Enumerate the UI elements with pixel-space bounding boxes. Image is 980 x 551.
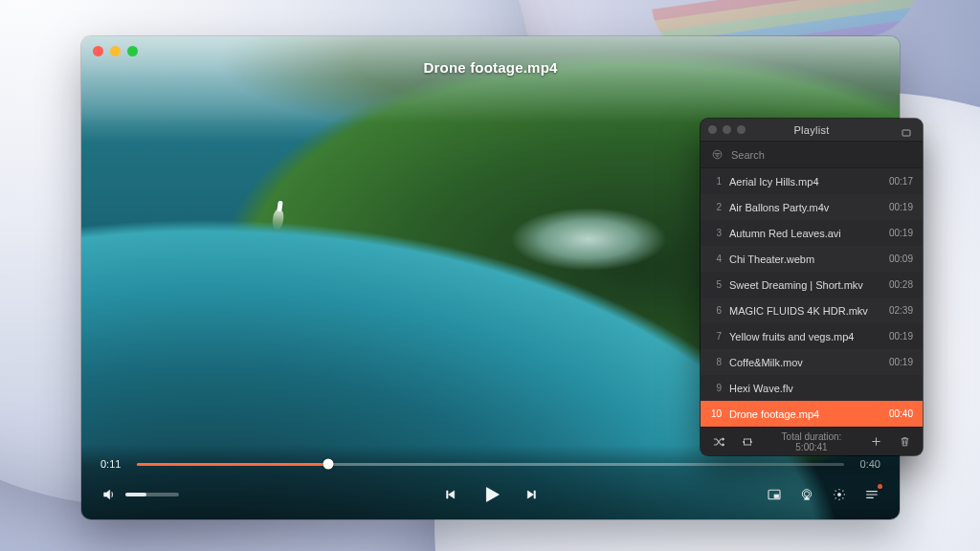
playlist-item-index: 10 [708, 408, 722, 419]
window-zoom-button[interactable] [127, 46, 138, 56]
playlist-item-index: 5 [708, 279, 722, 290]
playlist-item-index: 1 [708, 176, 722, 187]
playlist-item[interactable]: 4Chi Theater.webm00:09 [701, 246, 923, 272]
svg-rect-1 [774, 495, 779, 497]
playlist-item[interactable]: 3Autumn Red Leaves.avi00:19 [701, 220, 923, 246]
playlist-item-name: Yellow fruits and vegs.mp4 [729, 331, 881, 342]
filter-icon[interactable] [710, 148, 724, 162]
playlist-item-duration: 00:28 [889, 279, 913, 290]
next-track-button[interactable] [523, 486, 541, 503]
previous-track-button[interactable] [441, 486, 458, 503]
playlist-item[interactable]: 10Drone footage.mp400:40 [701, 401, 923, 427]
volume-icon[interactable] [100, 486, 118, 503]
playlist-item-name: MAGIC FLUIDS 4K HDR.mkv [729, 305, 881, 317]
svg-point-3 [804, 492, 809, 496]
playlist-item-duration: 00:19 [889, 331, 913, 342]
playlist-item-duration: 00:17 [889, 176, 913, 187]
window-minimize-button[interactable] [110, 46, 121, 56]
volume-slider-fill [125, 493, 146, 496]
window-title: Drone footage.mp4 [81, 59, 900, 76]
playlist-item[interactable]: 7Yellow fruits and vegs.mp400:19 [701, 323, 923, 349]
seek-bar-knob[interactable] [323, 459, 333, 470]
playlist-panel: Playlist 1Aerial Icy Hills.mp400:172Air … [701, 119, 923, 455]
svg-point-4 [837, 493, 840, 496]
video-frame-detail [277, 201, 282, 212]
playlist-item-index: 7 [708, 331, 722, 342]
playlist-toggle-button[interactable] [863, 486, 880, 503]
remaining-time: 0:40 [856, 458, 880, 470]
playlist-item-name: Sweet Dreaming | Short.mkv [729, 279, 881, 291]
elapsed-time: 0:11 [100, 458, 125, 470]
playlist-item-index: 2 [708, 202, 722, 212]
play-button[interactable] [479, 483, 502, 506]
playlist-minimize-button[interactable] [723, 125, 731, 134]
player-controls: 0:11 0:40 [81, 445, 900, 519]
svg-rect-5 [902, 130, 910, 136]
playlist-zoom-button[interactable] [737, 125, 746, 134]
playlist-item[interactable]: 8Coffe&Milk.mov00:19 [701, 349, 923, 375]
playlist-item[interactable]: 2Air Ballons Party.m4v00:19 [701, 194, 923, 220]
playlist-item-name: Autumn Red Leaves.avi [729, 228, 881, 239]
settings-button[interactable] [831, 486, 848, 503]
playlist-item-duration: 00:09 [889, 253, 913, 264]
playlist-total-duration: Total duration: 5:00:41 [768, 431, 856, 452]
playlist-item-duration: 00:19 [889, 202, 913, 212]
seek-bar-fill [137, 463, 328, 466]
playlist-item-duration: 00:19 [889, 357, 913, 367]
svg-point-6 [713, 150, 722, 159]
picture-in-picture-button[interactable] [766, 486, 783, 503]
shuffle-button[interactable] [710, 433, 727, 451]
playlist-item[interactable]: 9Hexi Wave.flv [701, 375, 923, 401]
playlist-item-name: Aerial Icy Hills.mp4 [729, 176, 881, 187]
playlist-search-row [701, 142, 923, 168]
window-controls [93, 46, 138, 56]
add-to-playlist-button[interactable] [867, 433, 884, 451]
repeat-button[interactable] [739, 433, 756, 451]
playlist-popout-button[interactable] [898, 124, 915, 142]
seek-row: 0:11 0:40 [100, 458, 880, 470]
playlist-item-index: 3 [708, 228, 722, 238]
airplay-button[interactable] [798, 486, 815, 503]
playlist-close-button[interactable] [708, 125, 717, 134]
playlist-item-index: 4 [708, 253, 722, 264]
playlist-item-name: Drone footage.mp4 [729, 408, 881, 420]
playlist-item-name: Coffe&Milk.mov [729, 357, 881, 368]
playlist-search-input[interactable] [731, 149, 913, 161]
playlist-header: Playlist [701, 119, 923, 142]
playlist-item-name: Air Ballons Party.m4v [729, 202, 881, 213]
playlist-footer: Total duration: 5:00:41 [701, 427, 923, 455]
playlist-item-name: Hexi Wave.flv [729, 383, 905, 394]
playlist-item-name: Chi Theater.webm [729, 253, 881, 265]
playlist-item[interactable]: 1Aerial Icy Hills.mp400:17 [701, 168, 923, 194]
playlist-item[interactable]: 6MAGIC FLUIDS 4K HDR.mkv02:39 [701, 298, 923, 323]
delete-from-playlist-button[interactable] [896, 433, 913, 451]
playlist-item[interactable]: 5Sweet Dreaming | Short.mkv00:28 [701, 272, 923, 298]
playlist-item-index: 8 [708, 357, 722, 367]
playlist-item-index: 6 [708, 305, 722, 316]
playlist-item-duration: 00:40 [889, 408, 913, 419]
window-close-button[interactable] [93, 46, 103, 56]
playlist-item-duration: 00:19 [889, 228, 913, 238]
playlist-item-index: 9 [708, 383, 722, 393]
playlist-item-duration: 02:39 [889, 305, 913, 316]
seek-bar[interactable] [137, 463, 844, 466]
volume-control [100, 486, 179, 503]
playlist-title: Playlist [793, 124, 829, 136]
volume-slider[interactable] [125, 493, 179, 496]
playlist-list: 1Aerial Icy Hills.mp400:172Air Ballons P… [701, 168, 923, 427]
